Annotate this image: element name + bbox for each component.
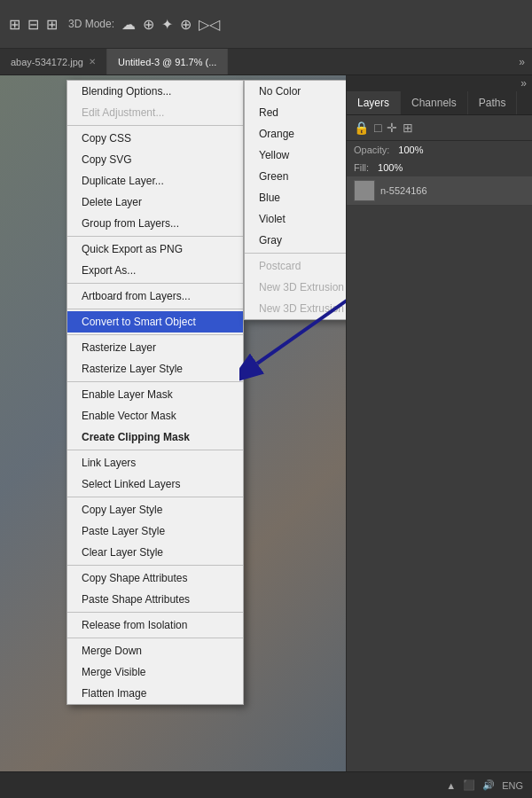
opacity-value[interactable]: 100% bbox=[398, 145, 423, 155]
menu-release-isolation[interactable]: Release from Isolation bbox=[67, 614, 243, 636]
status-arrow-icon: ▲ bbox=[446, 780, 456, 791]
layer-thumbnail bbox=[354, 180, 375, 201]
menu-edit-adjustment: Edit Adjustment... bbox=[67, 102, 243, 123]
submenu-postcard: Postcard bbox=[245, 255, 346, 277]
tab-file2-label: Untitled-3 @ 91.7% (... bbox=[118, 57, 216, 67]
panel-collapse-arrow[interactable]: » bbox=[520, 77, 527, 90]
panel-tabs: Layers Channels Paths bbox=[347, 91, 532, 115]
menu-divider-5 bbox=[67, 334, 243, 335]
panel-tab-paths[interactable]: Paths bbox=[468, 91, 518, 114]
menu-clear-layer-style[interactable]: Clear Layer Style bbox=[67, 542, 243, 563]
right-panel: » Layers Channels Paths 🔒 □ ✛ ⊞ Opacity:… bbox=[346, 75, 532, 771]
status-lang: ENG bbox=[502, 780, 523, 791]
layer-item-1[interactable]: n-5524166 bbox=[347, 176, 532, 206]
menu-copy-svg[interactable]: Copy SVG bbox=[67, 149, 243, 170]
menu-copy-layer-style[interactable]: Copy Layer Style bbox=[67, 499, 243, 520]
menu-divider-8 bbox=[67, 497, 243, 497]
toolbar-icon-6[interactable]: ✦ bbox=[161, 16, 173, 33]
menu-paste-layer-style[interactable]: Paste Layer Style bbox=[67, 520, 243, 542]
main-area: Blending Options... Edit Adjustment... C… bbox=[0, 75, 532, 771]
menu-divider-6 bbox=[67, 381, 243, 382]
toolbar-icon-3[interactable]: ⊞ bbox=[46, 16, 58, 33]
menu-divider-7 bbox=[67, 450, 243, 450]
menu-convert-smart-object[interactable]: Convert to Smart Object bbox=[67, 311, 243, 332]
toolbar-icons: ⊞ ⊟ ⊞ 3D Mode: ☁ ⊕ ✦ ⊕ ▷◁ bbox=[9, 16, 220, 33]
toolbar-icon-8[interactable]: ▷◁ bbox=[199, 16, 220, 33]
layer-lock-icon[interactable]: 🔒 bbox=[354, 121, 369, 135]
menu-quick-export[interactable]: Quick Export as PNG bbox=[67, 239, 243, 260]
menu-flatten-image[interactable]: Flatten Image bbox=[67, 683, 243, 704]
submenu-3d-extrusion-selected: New 3D Extrusion from Selected Layer bbox=[245, 277, 346, 298]
submenu-divider-1 bbox=[245, 253, 346, 254]
panel-icons-row: 🔒 □ ✛ ⊞ bbox=[347, 115, 532, 141]
toolbar-label: 3D Mode: bbox=[68, 18, 114, 30]
menu-divider-1 bbox=[67, 125, 243, 126]
layer-pixel-icon[interactable]: □ bbox=[374, 121, 381, 135]
submenu: No Color Red Orange Yellow Green Blue Vi… bbox=[244, 80, 346, 320]
submenu-yellow[interactable]: Yellow bbox=[245, 145, 346, 166]
menu-divider-3 bbox=[67, 283, 243, 284]
layer-position-icon[interactable]: ✛ bbox=[387, 121, 397, 135]
status-volume-icon: 🔊 bbox=[482, 779, 495, 791]
menu-paste-shape-attrs[interactable]: Paste Shape Attributes bbox=[67, 589, 243, 610]
layer-name: n-5524166 bbox=[380, 185, 427, 196]
menu-export-as[interactable]: Export As... bbox=[67, 260, 243, 281]
top-toolbar: ⊞ ⊟ ⊞ 3D Mode: ☁ ⊕ ✦ ⊕ ▷◁ bbox=[0, 0, 532, 49]
submenu-blue[interactable]: Blue bbox=[245, 187, 346, 208]
submenu-3d-extrusion: New 3D Extrusion bbox=[245, 298, 346, 319]
menu-divider-4 bbox=[67, 309, 243, 309]
tab-bar: abay-534172.jpg ✕ Untitled-3 @ 91.7% (..… bbox=[0, 49, 532, 75]
toolbar-icon-2[interactable]: ⊟ bbox=[27, 16, 39, 33]
opacity-label: Opacity: bbox=[354, 145, 389, 155]
status-bar: ▲ ⬛ 🔊 ENG bbox=[0, 771, 532, 798]
menu-divider-2 bbox=[67, 236, 243, 237]
submenu-violet[interactable]: Violet bbox=[245, 208, 346, 230]
tab-overflow-arrow[interactable]: » bbox=[512, 49, 532, 74]
canvas-area: Blending Options... Edit Adjustment... C… bbox=[0, 75, 346, 771]
submenu-no-color[interactable]: No Color bbox=[245, 81, 346, 102]
submenu-red[interactable]: Red bbox=[245, 102, 346, 123]
layer-artboard-icon[interactable]: ⊞ bbox=[403, 121, 413, 135]
tab-file2[interactable]: Untitled-3 @ 91.7% (... bbox=[107, 49, 228, 74]
toolbar-icon-1[interactable]: ⊞ bbox=[9, 16, 20, 33]
menu-select-linked[interactable]: Select Linked Layers bbox=[67, 473, 243, 495]
menu-duplicate-layer[interactable]: Duplicate Layer... bbox=[67, 170, 243, 192]
menu-blending-options[interactable]: Blending Options... bbox=[67, 81, 243, 102]
menu-copy-css[interactable]: Copy CSS bbox=[67, 128, 243, 149]
menu-divider-10 bbox=[67, 612, 243, 613]
opacity-row: Opacity: 100% bbox=[347, 141, 532, 159]
toolbar-icon-7[interactable]: ⊕ bbox=[180, 16, 192, 33]
panel-tab-layers[interactable]: Layers bbox=[347, 91, 401, 114]
tab-file1-label: abay-534172.jpg bbox=[11, 57, 83, 67]
menu-group-from-layers[interactable]: Group from Layers... bbox=[67, 213, 243, 234]
panel-tab-channels[interactable]: Channels bbox=[401, 91, 468, 114]
menu-rasterize-style[interactable]: Rasterize Layer Style bbox=[67, 358, 243, 379]
submenu-orange[interactable]: Orange bbox=[245, 123, 346, 145]
toolbar-icon-5[interactable]: ⊕ bbox=[143, 16, 154, 33]
toolbar-icon-4[interactable]: ☁ bbox=[121, 16, 136, 33]
menu-divider-11 bbox=[67, 638, 243, 638]
submenu-green[interactable]: Green bbox=[245, 166, 346, 187]
menu-link-layers[interactable]: Link Layers bbox=[67, 452, 243, 473]
fill-row: Fill: 100% bbox=[347, 159, 532, 176]
menu-rasterize-layer[interactable]: Rasterize Layer bbox=[67, 337, 243, 358]
tab-file1-close[interactable]: ✕ bbox=[89, 57, 96, 66]
menu-enable-layer-mask[interactable]: Enable Layer Mask bbox=[67, 384, 243, 405]
menu-create-clipping-mask[interactable]: Create Clipping Mask bbox=[67, 426, 243, 448]
context-menu: Blending Options... Edit Adjustment... C… bbox=[66, 80, 244, 705]
menu-copy-shape-attrs[interactable]: Copy Shape Attributes bbox=[67, 567, 243, 589]
status-battery-icon: ⬛ bbox=[463, 779, 475, 791]
menu-enable-vector-mask[interactable]: Enable Vector Mask bbox=[67, 405, 243, 426]
menu-merge-down[interactable]: Merge Down bbox=[67, 640, 243, 661]
menu-merge-visible[interactable]: Merge Visible bbox=[67, 661, 243, 683]
submenu-gray[interactable]: Gray bbox=[245, 230, 346, 251]
tab-file1[interactable]: abay-534172.jpg ✕ bbox=[0, 49, 107, 74]
menu-artboard[interactable]: Artboard from Layers... bbox=[67, 286, 243, 307]
fill-value[interactable]: 100% bbox=[378, 162, 403, 173]
menu-delete-layer[interactable]: Delete Layer bbox=[67, 192, 243, 213]
fill-label: Fill: bbox=[354, 162, 369, 173]
menu-divider-9 bbox=[67, 565, 243, 566]
